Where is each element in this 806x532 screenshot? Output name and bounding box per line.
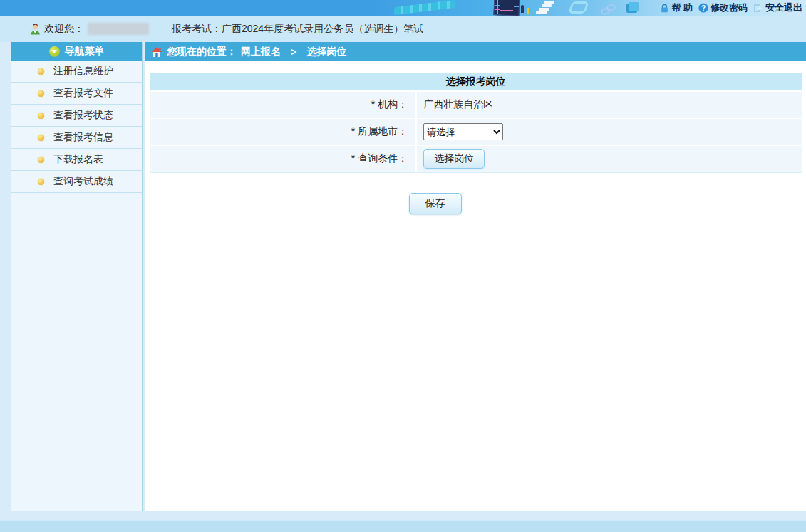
content-area: 导航菜单 注册信息维护 查看报考文件 查看报考状态 查看报考信息 下载报名表 <box>11 42 806 511</box>
dot-icon <box>38 68 44 75</box>
banner-cube-illustration <box>629 2 639 11</box>
exam-info: 报考考试： 广西2024年度考试录用公务员（选调生）笔试 <box>172 23 423 36</box>
sidebar-item-label: 查看报考文件 <box>53 87 113 100</box>
footer-bar <box>0 520 806 532</box>
sidebar-item-label: 查看报考信息 <box>53 131 113 144</box>
sidebar-item-label: 下载报名表 <box>53 153 103 166</box>
welcome-greeting: 欢迎您： <box>44 23 84 36</box>
page: 帮 助 ? 修改密码 安全退出 <box>0 0 806 532</box>
logout-label: 安全退出 <box>765 1 802 14</box>
top-banner: 帮 助 ? 修改密码 安全退出 <box>0 0 806 16</box>
sidebar-item-label: 查看报考状态 <box>53 109 113 122</box>
breadcrumb-section[interactable]: 网上报名 <box>241 46 281 58</box>
breadcrumb-separator: > <box>291 46 296 58</box>
change-password-label: 修改密码 <box>711 1 748 14</box>
sidebar-item-label: 查询考试成绩 <box>53 175 113 188</box>
banner-chain-illustration <box>599 2 620 16</box>
exam-label: 报考考试： <box>172 23 222 36</box>
chevron-down-icon <box>49 46 60 57</box>
query-label: * 查询条件： <box>150 146 417 172</box>
save-button[interactable]: 保存 <box>409 193 462 214</box>
dot-icon <box>38 157 44 163</box>
main-panel: 您现在的位置： 网上报名 > 选择岗位 选择报考岗位 * 机构： 广西壮族自治区… <box>145 42 806 511</box>
banner-square-illustration <box>568 1 589 14</box>
sidebar-item-exam-status[interactable]: 查看报考状态 <box>11 105 142 127</box>
organization-label: * 机构： <box>150 92 417 118</box>
svg-text:?: ? <box>701 4 706 12</box>
home-icon <box>151 47 162 57</box>
sidebar-item-exam-info[interactable]: 查看报考信息 <box>11 127 142 149</box>
help-label: 帮 助 <box>671 1 693 14</box>
banner-stairs-illustration <box>536 0 557 16</box>
city-label: * 所属地市： <box>150 119 417 145</box>
sidebar-item-exam-scores[interactable]: 查询考试成绩 <box>11 171 142 193</box>
organization-value: 广西壮族自治区 <box>417 92 802 118</box>
job-selection-form: 选择报考岗位 * 机构： 广西壮族自治区 * 所属地市： 请选择 * 查询条件： <box>150 73 802 173</box>
form-title: 选择报考岗位 <box>150 73 802 92</box>
dot-icon <box>38 135 44 141</box>
banner-dashboard-illustration <box>493 0 520 16</box>
breadcrumb: 您现在的位置： 网上报名 > 选择岗位 <box>145 42 806 61</box>
lock-icon <box>660 4 669 13</box>
dot-icon <box>38 179 44 185</box>
sidebar-item-exam-documents[interactable]: 查看报考文件 <box>11 83 142 105</box>
banner-person-illustration <box>521 5 524 13</box>
help-link[interactable]: 帮 助 <box>660 1 693 14</box>
exit-icon <box>753 4 763 13</box>
dot-icon <box>38 90 44 97</box>
breadcrumb-prefix: 您现在的位置： <box>167 46 237 58</box>
user-name-redacted <box>88 23 149 35</box>
exam-title: 广西2024年度考试录用公务员（选调生）笔试 <box>222 23 423 36</box>
sidebar-item-label: 注册信息维护 <box>53 65 113 78</box>
sidebar: 导航菜单 注册信息维护 查看报考文件 查看报考状态 查看报考信息 下载报名表 <box>11 42 143 511</box>
sidebar-title: 导航菜单 <box>65 45 105 58</box>
welcome-bar: 欢迎您： 报考考试： 广西2024年度考试录用公务员（选调生）笔试 <box>0 16 806 42</box>
city-select[interactable]: 请选择 <box>423 123 503 140</box>
question-icon: ? <box>698 3 708 13</box>
banner-figure-illustration <box>527 8 529 14</box>
sidebar-item-download-form[interactable]: 下载报名表 <box>11 149 142 171</box>
form-row-query: * 查询条件： 选择岗位 <box>150 146 802 173</box>
select-job-button[interactable]: 选择岗位 <box>423 149 485 169</box>
save-row: 保存 <box>145 193 725 214</box>
form-row-city: * 所属地市： 请选择 <box>150 119 802 146</box>
avatar-icon <box>30 24 41 35</box>
topbar-links: 帮 助 ? 修改密码 安全退出 <box>660 0 802 16</box>
banner-conveyor-illustration <box>394 0 455 15</box>
form-row-organization: * 机构： 广西壮族自治区 <box>150 92 802 119</box>
sidebar-item-register-info[interactable]: 注册信息维护 <box>11 61 142 83</box>
breadcrumb-current: 选择岗位 <box>306 46 346 58</box>
logout-link[interactable]: 安全退出 <box>753 1 802 14</box>
sidebar-header[interactable]: 导航菜单 <box>11 42 142 61</box>
dot-icon <box>38 113 44 119</box>
change-password-link[interactable]: ? 修改密码 <box>698 1 748 14</box>
